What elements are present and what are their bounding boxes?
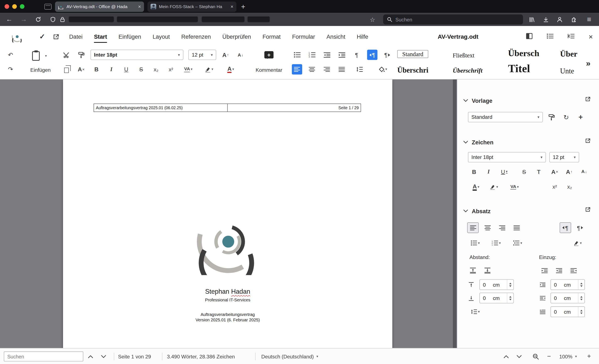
collapse-sidebar-icon[interactable] [568,33,574,40]
styles-more-button[interactable]: » [586,47,590,80]
reload-button[interactable] [33,13,44,26]
hanging-indent-icon[interactable] [568,265,579,276]
paste-button[interactable]: ▾ Einfügen [21,49,60,78]
zoom-fit-icon[interactable] [532,348,539,364]
absatz-dialog-icon[interactable] [585,207,591,214]
sidebar-ltr-button[interactable]: ¶ [560,222,571,233]
first-line-indent-input[interactable]: cm [551,306,585,317]
sidebar-align-center-button[interactable] [482,222,493,233]
zoom-level[interactable]: 100% ▾ [559,348,577,364]
sidebar-toggle-icon[interactable] [526,33,532,41]
sidebar-decrease-indent-icon[interactable] [553,265,565,276]
sidebar-font-name-select[interactable]: Inter 18pt ▾ [468,152,546,162]
first-line-indent-value[interactable] [554,309,564,315]
menu-item-ueberpruefen[interactable]: Überprüfen [222,26,251,47]
sidebar-font-color-button[interactable]: A ▾ [468,181,484,192]
left-to-right-button[interactable]: ¶ [367,50,378,60]
tab-av-vertrag[interactable]: AV-Vertrag.odt - Office @ Hada × [55,1,144,12]
close-document-icon[interactable]: × [589,33,593,40]
style-ueberschrift2[interactable]: Über [560,49,578,59]
right-to-left-button[interactable]: ¶ [382,50,392,60]
find-next-button[interactable] [101,348,106,364]
copy-button[interactable] [61,64,71,75]
sidebar-character-spacing-button[interactable]: VA ▾ [506,181,523,192]
sidebar-clear-formatting-button[interactable]: A × [549,166,560,177]
sidebar-justify-button[interactable] [511,222,522,233]
increase-indent-button[interactable] [336,50,347,60]
menu-item-start[interactable]: Start [94,26,107,47]
sidebar-italic-button[interactable]: I [483,166,494,177]
sidebar-shadow-button[interactable]: T [533,166,544,177]
new-tab-button[interactable]: + [241,3,245,10]
font-name-select[interactable]: Inter 18pt ▾ [90,50,183,60]
section-vorlage[interactable]: Vorlage [463,96,492,105]
menu-item-einfuegen[interactable]: Einfügen [119,26,141,47]
sidebar-shrink-font-button[interactable]: A↓ [578,166,590,177]
sidebar-subscript-button[interactable]: x₂ [564,181,575,192]
refresh-style-icon[interactable]: ↻ [560,112,572,123]
clear-formatting-button[interactable]: A × [76,64,87,75]
page-count[interactable]: Seite 1 von 29 [118,348,151,364]
paste-dropdown-caret-icon[interactable]: ▾ [45,54,47,58]
document-page[interactable]: Auftragsverarbeitungsvertrag 2025.01 (06… [63,80,392,348]
document-saved-check-icon[interactable]: ✓ [39,26,45,47]
sidebar-bold-button[interactable]: B [468,166,480,177]
menu-item-format[interactable]: Format [263,26,281,47]
line-spacing-button[interactable] [352,64,367,75]
stepper[interactable] [578,280,584,290]
spacing-above-value[interactable] [483,282,493,288]
font-color-button[interactable]: A ▾ [222,64,239,75]
subscript-button[interactable]: x₂ [151,64,161,75]
decrease-indent-button[interactable] [322,50,332,60]
align-right-button[interactable] [322,64,332,75]
url-bar[interactable] [67,15,365,25]
sidebar-superscript-button[interactable]: x² [549,181,560,192]
superscript-button[interactable]: x² [166,64,176,75]
justify-button[interactable] [336,64,347,75]
indent-before-value[interactable] [554,282,564,288]
style-ueberschrift[interactable]: Überschrift [453,67,483,74]
clone-formatting-icon[interactable] [76,50,87,60]
menu-item-referenzen[interactable]: Referenzen [181,26,211,47]
sidebar-increase-indent-icon[interactable] [539,265,550,276]
italic-button[interactable]: I [106,64,117,75]
spacing-below-value[interactable] [483,295,493,301]
sidebar-strikethrough-button[interactable]: S [518,166,530,177]
sidebar-rtl-button[interactable]: ¶ [574,222,586,233]
spacing-below-input[interactable]: cm [479,293,514,303]
style-ueberschri[interactable]: Überschri [397,66,428,74]
redo-button[interactable]: ↷ [5,64,16,75]
character-spacing-button[interactable]: VA ▾ [181,64,196,75]
sidebar-outline-list-button[interactable]: ▾ [510,238,526,248]
tab-close-icon[interactable]: × [230,4,233,9]
window-close-button[interactable] [5,4,9,9]
document-canvas[interactable]: Auftragsverarbeitungsvertrag 2025.01 (06… [0,80,453,348]
zoom-in-button[interactable]: + [587,348,591,364]
paragraph-background-button[interactable]: ▾ [375,64,390,75]
sidebar-underline-button[interactable]: U ▾ [497,166,511,177]
tracking-shield-icon[interactable] [48,13,57,26]
tab-foss-stack[interactable]: Mein FOSS-Stack – Stephan Ha × [148,1,237,12]
font-size-select[interactable]: 12 pt ▾ [188,50,216,60]
sidebar-numbered-list-button[interactable]: 123 ▾ [488,238,504,248]
sidebar-font-size-select[interactable]: 12 pt ▾ [549,152,579,162]
zeichen-dialog-icon[interactable] [585,138,591,145]
scroll-up-button[interactable] [503,348,509,364]
menu-item-ansicht[interactable]: Ansicht [326,26,345,47]
grow-font-button[interactable]: A↑ [220,50,231,60]
section-absatz[interactable]: Absatz [463,207,491,215]
align-center-button[interactable] [307,64,317,75]
menu-item-formular[interactable]: Formular [292,26,315,47]
lock-icon[interactable] [58,13,66,26]
document-scrollbar[interactable] [453,80,457,348]
numbered-list-button[interactable]: 123 [307,50,317,60]
sidebar-highlight-color-button[interactable]: ▾ [486,181,502,192]
forward-button[interactable]: → [18,13,29,26]
shrink-font-button[interactable]: A↓ [235,50,246,60]
new-style-icon[interactable]: + [575,112,586,123]
spacing-above-input[interactable]: cm [479,279,514,290]
style-fliesstext[interactable]: Fließtext [453,52,475,59]
language-selector[interactable]: Deutsch (Deutschland) ▾ [261,348,318,364]
style-titel[interactable]: Titel [508,62,530,75]
library-icon[interactable] [527,13,537,26]
